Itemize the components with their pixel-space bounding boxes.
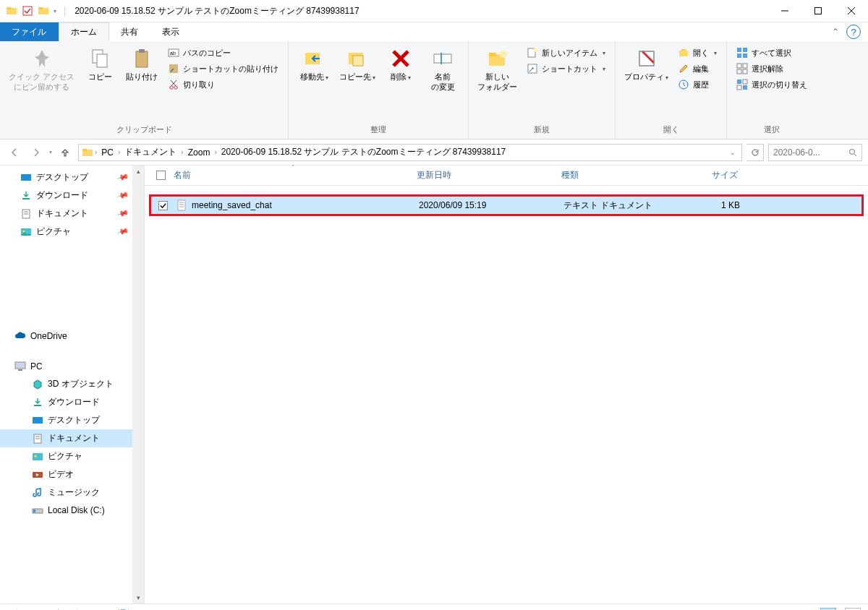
select-all-checkbox[interactable]: [156, 171, 166, 180]
svg-line-52: [854, 154, 856, 156]
sidebar-pc-pictures[interactable]: ピクチャ: [0, 447, 144, 465]
sidebar-pc-desktop[interactable]: デスクトップ: [0, 411, 144, 429]
invert-selection-button[interactable]: 選択の切り替え: [734, 77, 809, 92]
history-button[interactable]: 履歴: [676, 77, 719, 92]
folder-icon: [82, 147, 93, 158]
file-checkbox[interactable]: [158, 201, 168, 210]
file-row[interactable]: meeting_saved_chat 2020/06/09 15:19 テキスト…: [151, 197, 861, 214]
breadcrumb-zoom[interactable]: Zoom: [185, 147, 213, 158]
maximize-button[interactable]: [801, 0, 835, 22]
column-size[interactable]: サイズ: [677, 169, 749, 181]
svg-rect-25: [434, 54, 451, 63]
back-button[interactable]: [6, 144, 23, 161]
select-none-button[interactable]: 選択解除: [734, 61, 809, 76]
up-button[interactable]: [56, 144, 74, 161]
tab-file[interactable]: ファイル: [0, 22, 59, 41]
sidebar-pc-documents[interactable]: ドキュメント: [0, 429, 144, 447]
scroll-up-icon[interactable]: ▴: [132, 166, 144, 177]
svg-rect-11: [136, 51, 148, 67]
group-label-clipboard: クリップボード: [4, 122, 284, 139]
sidebar-pictures[interactable]: ピクチャ📌: [0, 223, 144, 241]
sidebar-pc-downloads[interactable]: ダウンロード: [0, 393, 144, 411]
edit-icon: [678, 63, 689, 74]
breadcrumb-pc[interactable]: PC: [98, 147, 116, 158]
new-item-button[interactable]: 新しいアイテム▾: [524, 46, 608, 60]
tab-home[interactable]: ホーム: [59, 22, 109, 41]
invert-icon: [736, 79, 748, 90]
copy-path-button[interactable]: abパスのコピー: [166, 46, 281, 60]
paste-shortcut-button[interactable]: ショートカットの貼り付け: [166, 61, 281, 76]
window-title: 2020-06-09 15.18.52 サンプル テストのZoomミーティング …: [69, 5, 359, 17]
qat-checkbox-icon[interactable]: [22, 5, 33, 17]
tab-view[interactable]: 表示: [150, 22, 192, 41]
select-none-icon: [736, 63, 748, 74]
details-view-button[interactable]: [820, 608, 836, 611]
sidebar-desktop[interactable]: デスクトップ📌: [0, 168, 144, 186]
paste-icon: [130, 47, 153, 70]
column-modified[interactable]: 更新日時: [417, 169, 561, 181]
column-type[interactable]: 種類: [561, 169, 677, 181]
svg-rect-47: [737, 85, 741, 90]
svg-rect-12: [139, 49, 145, 53]
forward-button[interactable]: [27, 144, 45, 161]
rename-button[interactable]: 名前の変更: [422, 44, 464, 95]
sidebar-pc-videos[interactable]: ビデオ: [0, 465, 144, 484]
new-shortcut-button[interactable]: ショートカット▾: [524, 61, 608, 76]
status-bar: 1 個の項目 1 個の項目を選択 59 バイト: [0, 603, 868, 610]
paste-button[interactable]: 貼り付け: [121, 44, 163, 85]
navigation-pane: デスクトップ📌 ダウンロード📌 ドキュメント📌 ピクチャ📌 OneDrive P…: [0, 166, 145, 603]
breadcrumb[interactable]: › PC› ドキュメント› Zoom› 2020-06-09 15.18.52 …: [78, 144, 742, 161]
ribbon-tabs: ファイル ホーム 共有 表示 ⌃ ?: [0, 22, 868, 41]
edit-button[interactable]: 編集: [676, 61, 719, 76]
column-name[interactable]: 名前: [171, 169, 417, 181]
sidebar-pc-music[interactable]: ミュージック: [0, 484, 144, 502]
file-modified: 2020/06/09 15:19: [419, 200, 563, 210]
cut-button[interactable]: 切り取り: [166, 77, 281, 92]
file-name: meeting_saved_chat: [192, 200, 272, 210]
recent-dropdown-icon[interactable]: ▾: [49, 149, 52, 155]
svg-point-29: [500, 51, 507, 58]
svg-line-19: [171, 80, 176, 86]
svg-rect-40: [743, 53, 747, 58]
help-icon[interactable]: ?: [846, 25, 861, 39]
properties-button[interactable]: プロパティ▾: [620, 44, 673, 85]
document-icon: [20, 208, 32, 220]
select-all-button[interactable]: すべて選択: [734, 46, 809, 60]
open-icon: [678, 47, 689, 59]
thumbnails-view-button[interactable]: [845, 608, 861, 611]
highlighted-file-annotation: meeting_saved_chat 2020/06/09 15:19 テキスト…: [149, 194, 864, 216]
tab-share[interactable]: 共有: [109, 22, 150, 41]
svg-rect-41: [737, 64, 741, 68]
scroll-down-icon[interactable]: ▾: [132, 592, 144, 603]
address-dropdown-icon[interactable]: ⌄: [727, 149, 739, 156]
sidebar-pc[interactable]: PC: [0, 358, 144, 375]
move-to-button[interactable]: 移動先▾: [293, 44, 335, 85]
close-button[interactable]: [835, 0, 868, 22]
open-button[interactable]: 開く▾: [676, 46, 719, 60]
search-input[interactable]: 2020-06-0...: [768, 144, 862, 161]
copy-button[interactable]: コピー: [79, 44, 121, 85]
delete-button[interactable]: 削除▾: [380, 44, 422, 85]
sidebar-scrollbar[interactable]: ▴ ▾: [132, 166, 144, 603]
qat-dropdown-icon[interactable]: ▾: [54, 8, 56, 14]
new-item-icon: [527, 47, 538, 59]
pin-quick-access-button[interactable]: クイック アクセスにピン留めする: [4, 44, 79, 95]
svg-rect-53: [21, 174, 31, 181]
sidebar-onedrive[interactable]: OneDrive: [0, 327, 144, 345]
breadcrumb-documents[interactable]: ドキュメント: [122, 146, 179, 158]
file-size: 1 KB: [679, 200, 752, 210]
svg-rect-67: [33, 453, 43, 460]
collapse-ribbon-icon[interactable]: ⌃: [832, 27, 839, 37]
path-icon: ab: [168, 47, 179, 59]
music-icon: [32, 487, 43, 499]
copy-to-button[interactable]: コピー先▾: [335, 44, 380, 85]
new-folder-button[interactable]: 新しいフォルダー: [473, 44, 522, 95]
refresh-button[interactable]: [746, 144, 764, 161]
svg-point-51: [850, 149, 855, 154]
minimize-button[interactable]: [768, 0, 801, 22]
breadcrumb-folder[interactable]: 2020-06-09 15.18.52 サンプル テストのZoomミーティング …: [218, 146, 509, 158]
sidebar-local-disk[interactable]: Local Disk (C:): [0, 502, 144, 519]
sidebar-3d-objects[interactable]: 3D オブジェクト: [0, 375, 144, 393]
sidebar-documents[interactable]: ドキュメント📌: [0, 205, 144, 223]
sidebar-downloads[interactable]: ダウンロード📌: [0, 186, 144, 205]
